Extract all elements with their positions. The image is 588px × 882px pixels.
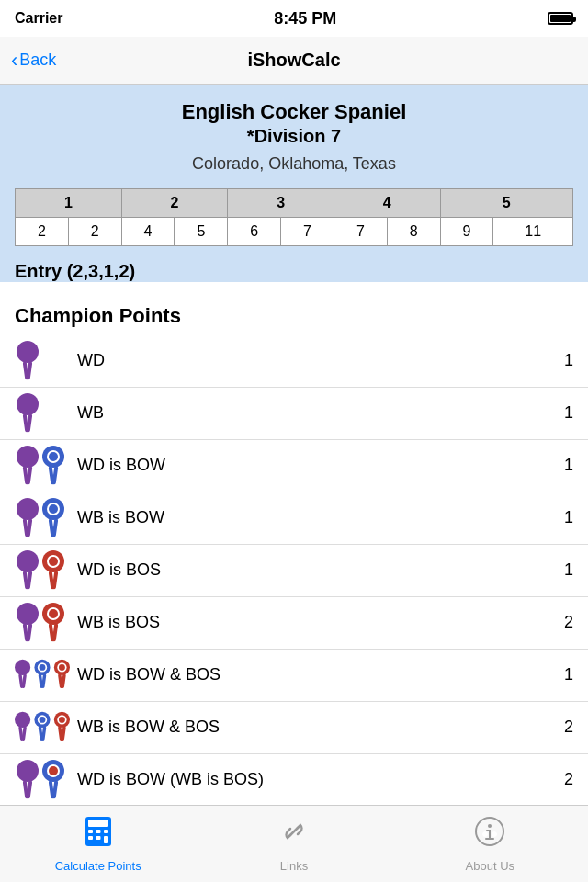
nav-bar: ‹ Back iShowCalc <box>0 37 588 85</box>
ribbon-purple-red-2 <box>15 597 70 649</box>
list-item: WB 1 <box>0 388 588 440</box>
svg-point-22 <box>17 550 39 572</box>
time-label: 8:45 PM <box>274 9 336 28</box>
svg-point-61 <box>59 717 65 723</box>
ribbon-purple-blue-2 <box>15 492 70 544</box>
svg-point-38 <box>15 659 30 674</box>
svg-point-83 <box>492 832 497 837</box>
champion-label: WD <box>70 351 555 370</box>
cell-10: 11 <box>493 217 573 245</box>
list-item: WB is BOW & BOS 2 <box>0 702 588 754</box>
cell-1: 2 <box>16 217 69 245</box>
svg-rect-78 <box>96 836 100 840</box>
svg-point-51 <box>15 711 30 727</box>
status-bar: Carrier 8:45 PM <box>0 0 588 37</box>
svg-point-30 <box>17 603 39 625</box>
points-table: 1 2 3 4 5 2 2 4 5 6 7 7 8 9 <box>15 188 573 246</box>
svg-point-6 <box>17 446 39 468</box>
svg-point-0 <box>17 341 39 363</box>
champion-value: 2 <box>555 613 573 632</box>
ribbon-purple-red <box>15 545 70 596</box>
tab-about-label: About Us <box>466 859 514 873</box>
svg-rect-73 <box>88 820 108 827</box>
col-header-4: 4 <box>334 188 440 217</box>
svg-point-14 <box>17 498 39 520</box>
champion-value: 1 <box>555 351 573 370</box>
champion-value: 2 <box>555 770 573 789</box>
carrier-label: Carrier <box>15 10 62 27</box>
champion-value: 2 <box>555 718 573 737</box>
ribbon-purple-blue-red <box>15 650 70 701</box>
ribbon-purple-single <box>15 335 70 387</box>
champion-label: WB <box>70 403 555 423</box>
tab-links[interactable]: Links <box>196 806 391 882</box>
nav-title: iShowCalc <box>247 50 340 71</box>
champion-section: Champion Points WD 1 <box>0 293 588 805</box>
calculator-icon <box>82 815 115 855</box>
list-item: WD is BOW & BOS 1 <box>0 650 588 702</box>
champion-label: WD is BOS <box>70 560 555 580</box>
header-section: English Cocker Spaniel *Division 7 Color… <box>0 85 588 282</box>
champion-value: 1 <box>555 508 573 527</box>
champion-value: 1 <box>555 665 573 684</box>
list-item: WD 1 <box>0 335 588 388</box>
ribbon-purple-blue <box>15 440 70 492</box>
svg-rect-76 <box>104 830 108 833</box>
back-label: Back <box>19 51 56 70</box>
col-header-2: 2 <box>121 188 228 217</box>
champion-label: WD is BOW & BOS <box>70 665 555 684</box>
svg-rect-74 <box>88 830 93 833</box>
cell-4: 5 <box>175 217 228 245</box>
champion-label: WD is BOW (WB is BOS) <box>70 770 555 789</box>
tab-links-label: Links <box>280 859 308 873</box>
cell-2: 2 <box>68 217 121 245</box>
cell-7: 7 <box>334 217 387 245</box>
champion-label: WB is BOW <box>70 508 555 527</box>
svg-point-11 <box>49 452 58 461</box>
tab-about[interactable]: About Us <box>392 806 588 882</box>
champion-list: WD 1 WB 1 <box>0 335 588 805</box>
svg-point-3 <box>17 393 39 415</box>
division-title: *Division 7 <box>15 126 573 147</box>
cell-5: 6 <box>228 217 281 245</box>
ribbon-purple-blue-circle <box>15 754 70 805</box>
list-item: WD is BOS 1 <box>0 545 588 597</box>
champion-value: 1 <box>555 456 573 475</box>
about-icon <box>473 815 506 855</box>
ribbon-purple-blue-red-2 <box>15 702 70 753</box>
cell-6: 7 <box>281 217 334 245</box>
champion-header: Champion Points <box>0 293 588 335</box>
entry-label: Entry (2,3,1,2) <box>15 261 573 282</box>
svg-point-48 <box>59 664 65 671</box>
tab-calculate[interactable]: Calculate Points <box>0 806 196 882</box>
svg-rect-79 <box>104 836 108 843</box>
svg-point-81 <box>488 824 492 828</box>
champion-value: 1 <box>555 403 573 423</box>
states-label: Colorado, Oklahoma, Texas <box>15 154 573 174</box>
svg-point-69 <box>49 766 58 775</box>
back-chevron-icon: ‹ <box>11 51 17 71</box>
back-button[interactable]: ‹ Back <box>11 51 56 71</box>
battery-icon <box>548 12 573 25</box>
champion-label: WB is BOS <box>70 613 555 632</box>
ribbon-purple-single-2 <box>15 388 70 439</box>
svg-point-64 <box>17 760 39 782</box>
svg-rect-75 <box>96 830 100 833</box>
breed-title: English Cocker Spaniel <box>15 99 573 126</box>
champion-label: WB is BOW & BOS <box>70 718 555 737</box>
champion-value: 1 <box>555 560 573 580</box>
main-scroll-area: English Cocker Spaniel *Division 7 Color… <box>0 85 588 805</box>
list-item: WD is BOW (WB is BOS) 2 <box>0 754 588 805</box>
svg-point-19 <box>49 504 58 514</box>
list-item: WB is BOS 2 <box>0 597 588 650</box>
cell-8: 8 <box>387 217 440 245</box>
svg-point-35 <box>49 609 58 618</box>
cell-3: 4 <box>121 217 175 245</box>
svg-rect-77 <box>88 836 93 840</box>
col-header-5: 5 <box>440 188 572 217</box>
svg-point-27 <box>49 557 58 566</box>
champion-label: WD is BOW <box>70 456 555 475</box>
svg-point-56 <box>40 717 46 723</box>
col-header-3: 3 <box>228 188 334 217</box>
cell-9: 9 <box>440 217 493 245</box>
